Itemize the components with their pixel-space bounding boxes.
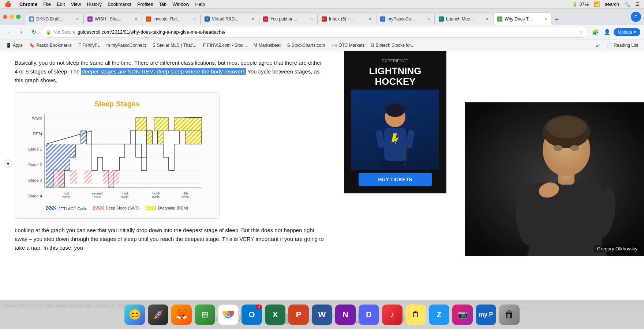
menu-chrome[interactable]: Chrome (19, 1, 37, 7)
tab-favicon-whydoes: G (497, 16, 502, 22)
tab-favicon-gmail2: G (322, 16, 327, 22)
chart-title: Sleep Stages (22, 100, 212, 108)
dock-powerpoint[interactable]: P (288, 305, 309, 325)
bookmark-biotech[interactable]: B Biotech Stocks for... (368, 42, 418, 49)
zoom-icon: Z (437, 310, 441, 319)
bookmark-fortify[interactable]: F FortifyFL (75, 42, 103, 49)
dock-music[interactable]: ♪ (382, 305, 402, 325)
bookmark-marketbeat[interactable]: M Marketbeat (251, 42, 284, 49)
search-icon[interactable]: 🔍 (624, 1, 630, 7)
bookmark-pasco-label: Pasco Bookmarks (36, 43, 72, 48)
menu-history[interactable]: History (87, 1, 101, 7)
menu-bookmarks[interactable]: Bookmarks (108, 1, 131, 7)
tab-close-whydoes[interactable]: × (544, 16, 548, 22)
tab-close-pasco[interactable]: × (427, 16, 431, 22)
bookmark-apps[interactable]: 📱 Apps (3, 42, 26, 49)
svg-marker-20 (53, 170, 92, 187)
time-display: search (605, 1, 619, 7)
nav-bar: ‹ › ↻ 🔒 Not Secure guidescroll.com/2012/… (0, 25, 644, 39)
profile-btn[interactable]: 👤 (602, 27, 612, 37)
tab-whydoes[interactable]: G Why Does T... × (493, 12, 552, 25)
dock-outlook[interactable]: O 4 (242, 305, 262, 325)
tab-close-virtual[interactable]: × (251, 16, 255, 22)
reading-list-btn[interactable]: 📄 Reading List (604, 42, 641, 49)
svg-text:cycle: cycle (152, 195, 160, 198)
collapse-button[interactable]: ▼ (4, 159, 12, 168)
svg-marker-23 (136, 144, 141, 157)
dock-mypasco[interactable]: my P (476, 305, 496, 325)
forward-button[interactable]: › (16, 27, 26, 37)
dock-chrome[interactable] (218, 305, 239, 325)
tab-dkng[interactable]: 📋 DKNG Draft... × (25, 12, 83, 25)
bookmark-pasco[interactable]: 🔖 Pasco Bookmarks (26, 42, 75, 49)
dock-launchpad[interactable]: 🚀 (148, 305, 168, 325)
sleep-stages-chart: Sleep Stages Wake REM Stage 1 Stage 2 St… (15, 92, 220, 219)
buy-tickets-button[interactable]: BUY TICKETS (359, 173, 432, 186)
menu-file[interactable]: File (43, 1, 51, 7)
tab-close-wish[interactable]: × (134, 16, 138, 22)
tab-pasco[interactable]: P myPascoCo... × (376, 12, 435, 25)
svg-text:cycle: cycle (63, 195, 70, 198)
menu-profiles[interactable]: Profiles (137, 1, 153, 7)
more-bookmarks-btn[interactable]: » (593, 41, 602, 49)
webcam-person-name: Gregory Olkhovsky (594, 245, 640, 252)
tab-gmail2[interactable]: G Inbox (6) - ... × (318, 12, 376, 25)
menu-window[interactable]: Window (172, 1, 189, 7)
profile-avatar[interactable]: G (631, 12, 641, 22)
extension-btn[interactable]: 🧩 (590, 27, 600, 37)
jetlag-swatch (46, 206, 56, 210)
bookmark-stellar[interactable]: S Stellar MLS | That'... (150, 42, 199, 49)
dock-word[interactable]: W (312, 305, 332, 325)
dock-excel[interactable]: X (265, 305, 285, 325)
address-bar[interactable]: 🔒 Not Secure guidescroll.com/2012/01/why… (41, 27, 588, 38)
dock-zoom[interactable]: Z (429, 305, 449, 325)
tab-wish[interactable]: W WISH | Sha... × (83, 12, 142, 25)
dock-finder[interactable]: 😊 (124, 305, 145, 325)
menu-view[interactable]: View (71, 1, 81, 7)
dock-onenote[interactable]: N (335, 305, 356, 325)
menu-tab[interactable]: Tab (159, 1, 166, 7)
tab-close-gmail2[interactable]: × (368, 16, 372, 22)
ad-image (351, 90, 439, 170)
reload-button[interactable]: ↻ (29, 27, 39, 37)
svg-rect-30 (136, 118, 147, 131)
close-window-btn[interactable] (3, 15, 7, 19)
new-tab-button[interactable]: + (552, 15, 562, 25)
svg-point-57 (570, 145, 579, 151)
back-button[interactable]: ‹ (4, 27, 14, 37)
dock-discord[interactable]: D (359, 305, 379, 325)
discord-icon: D (366, 310, 372, 319)
svg-point-56 (554, 145, 562, 151)
webcam-feed: Gregory Olkhovsky (465, 102, 644, 256)
svg-rect-44 (375, 129, 385, 148)
dock-photos[interactable]: 📷 (452, 305, 473, 325)
tab-gmail1[interactable]: G You paid an... × (259, 12, 318, 25)
bookmark-finviz[interactable]: F FINVIZ.com - Stoc... (200, 42, 250, 49)
tab-close-investor[interactable]: × (192, 16, 196, 22)
bookmark-star-icon[interactable]: ☆ (579, 29, 583, 35)
menu-help[interactable]: Help (195, 1, 205, 7)
minimize-window-btn[interactable] (10, 15, 14, 19)
menu-edit[interactable]: Edit (57, 1, 65, 7)
tab-launch[interactable]: L Launch Mee... × (435, 12, 493, 25)
tab-close-btn[interactable]: × (75, 16, 79, 22)
photos-icon: 📷 (458, 310, 468, 319)
dock-grid[interactable]: ⊞ (195, 305, 215, 325)
update-label: Update (618, 30, 632, 35)
control-center-icon[interactable]: ☰ (635, 1, 640, 7)
bookmark-otc[interactable]: one OTC Markets (329, 42, 367, 49)
tab-close-gmail1[interactable]: × (310, 16, 314, 22)
dock-firefox[interactable]: 🦊 (171, 305, 192, 325)
bookmark-mypasco[interactable]: m myPascoConnect (104, 42, 149, 49)
fullscreen-window-btn[interactable] (16, 15, 20, 19)
tab-virtual[interactable]: V Virtual R&D... × (201, 12, 259, 25)
bookmark-stockcharts[interactable]: S StockCharts.com (284, 42, 328, 49)
tab-close-launch[interactable]: × (485, 16, 489, 22)
dock-stickies[interactable]: 🗒 (405, 305, 426, 325)
dock-trash[interactable]: 🗑 (499, 305, 520, 325)
excel-icon: X (273, 310, 278, 319)
update-button[interactable]: Update ▾ (614, 28, 640, 36)
svg-point-55 (546, 116, 587, 138)
tab-investor[interactable]: B Investor Rel... × (142, 12, 201, 25)
apple-menu[interactable]: 🍎 (4, 1, 11, 8)
